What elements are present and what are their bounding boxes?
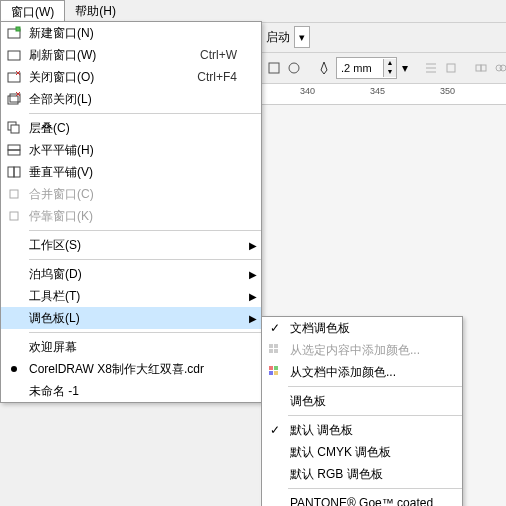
menubar: 窗口(W) 帮助(H) [0, 0, 506, 23]
align-tool-icon[interactable] [423, 55, 439, 81]
menu-tile-vertical[interactable]: 垂直平铺(V) [1, 161, 261, 183]
checkmark-icon: ✓ [262, 321, 288, 335]
svg-rect-26 [274, 366, 278, 370]
svg-rect-17 [8, 167, 14, 177]
palette-add-icon [262, 365, 288, 379]
svg-rect-23 [269, 349, 273, 353]
menu-tile-horizontal[interactable]: 水平平铺(H) [1, 139, 261, 161]
submenu-doc-palette[interactable]: ✓ 文档调色板 [262, 317, 462, 339]
svg-rect-21 [269, 344, 273, 348]
svg-rect-3 [476, 65, 481, 71]
tool-btn-2[interactable] [286, 55, 302, 81]
menu-merge-windows: 合并窗口(C) [1, 183, 261, 205]
svg-rect-14 [11, 125, 19, 133]
tool-btn-5[interactable] [443, 55, 459, 81]
menu-palettes[interactable]: 调色板(L) ▶ [1, 307, 261, 329]
svg-rect-2 [447, 64, 455, 72]
chevron-right-icon: ▶ [245, 240, 261, 251]
svg-rect-24 [274, 349, 278, 353]
submenu-add-from-document[interactable]: 从文档中添加颜色... [262, 361, 462, 383]
tile-horizontal-icon [1, 143, 27, 157]
menu-close-window[interactable]: 关闭窗口(O) Ctrl+F4 [1, 66, 261, 88]
submenu-pantone[interactable]: PANTONE® Goe™ coated [262, 492, 462, 506]
spinner-down[interactable]: ▼ [384, 68, 396, 77]
svg-point-1 [289, 63, 299, 73]
svg-rect-18 [14, 167, 20, 177]
menu-toolbars[interactable]: 工具栏(T) ▶ [1, 285, 261, 307]
svg-rect-16 [8, 150, 20, 155]
svg-point-6 [500, 65, 506, 71]
refresh-shortcut: Ctrl+W [200, 48, 245, 62]
svg-rect-10 [8, 73, 20, 82]
menu-cascade[interactable]: 层叠(C) [1, 117, 261, 139]
chevron-right-icon: ▶ [245, 313, 261, 324]
stroke-dropdown[interactable]: ▾ [401, 55, 409, 81]
close-all-icon [1, 92, 27, 106]
menu-welcome-screen[interactable]: 欢迎屏幕 [1, 336, 261, 358]
svg-rect-27 [269, 371, 273, 375]
submenu-palette[interactable]: 调色板 [262, 390, 462, 412]
submenu-default-palette[interactable]: ✓ 默认 调色板 [262, 419, 462, 441]
submenu-default-rgb[interactable]: 默认 RGB 调色板 [262, 463, 462, 485]
svg-rect-4 [481, 65, 486, 71]
menu-dockers[interactable]: 泊坞窗(D) ▶ [1, 263, 261, 285]
menubar-window[interactable]: 窗口(W) [0, 0, 65, 22]
chevron-right-icon: ▶ [245, 291, 261, 302]
spinner-up[interactable]: ▲ [384, 59, 396, 68]
palette-grid-icon [262, 343, 288, 357]
menu-dock-window: 停靠窗口(K) [1, 205, 261, 227]
close-shortcut: Ctrl+F4 [197, 70, 245, 84]
menu-doc-1[interactable]: CorelDRAW X8制作大红双喜.cdr [1, 358, 261, 380]
menu-new-window[interactable]: 新建窗口(N) [1, 22, 261, 44]
menu-workspace[interactable]: 工作区(S) ▶ [1, 234, 261, 256]
svg-rect-28 [274, 371, 278, 375]
window-menu: 新建窗口(N) 刷新窗口(W) Ctrl+W 关闭窗口(O) Ctrl+F4 全… [0, 21, 262, 403]
submenu-add-from-selection: 从选定内容中添加颜色... [262, 339, 462, 361]
svg-rect-20 [10, 212, 18, 220]
checkmark-icon: ✓ [262, 423, 288, 437]
refresh-icon [1, 48, 27, 62]
svg-rect-15 [8, 145, 20, 150]
svg-rect-22 [274, 344, 278, 348]
stop-icon [1, 209, 27, 223]
merge-icon [1, 187, 27, 201]
svg-rect-9 [8, 51, 20, 60]
svg-rect-0 [269, 63, 279, 73]
menubar-help[interactable]: 帮助(H) [65, 0, 126, 22]
launch-dropdown[interactable]: ▾ [294, 26, 310, 48]
chevron-right-icon: ▶ [245, 269, 261, 280]
close-icon [1, 70, 27, 84]
active-doc-bullet [1, 366, 27, 372]
cascade-icon [1, 121, 27, 135]
pen-tool-icon[interactable] [316, 55, 332, 81]
palettes-submenu: ✓ 文档调色板 从选定内容中添加颜色... 从文档中添加颜色... 调色板 ✓ … [261, 316, 463, 506]
svg-rect-25 [269, 366, 273, 370]
tool-btn-7[interactable] [493, 55, 506, 81]
launch-label: 启动 [266, 29, 290, 46]
horizontal-ruler: 340 345 350 [260, 84, 506, 105]
svg-rect-8 [16, 27, 20, 31]
menu-doc-2[interactable]: 未命名 -1 [1, 380, 261, 402]
new-window-icon [1, 26, 27, 40]
tool-btn-1[interactable] [266, 55, 282, 81]
submenu-default-cmyk[interactable]: 默认 CMYK 调色板 [262, 441, 462, 463]
stroke-width-spinner[interactable]: .2 mm ▲▼ [336, 57, 397, 79]
menu-close-all[interactable]: 全部关闭(L) [1, 88, 261, 110]
svg-rect-19 [10, 190, 18, 198]
stroke-width-value: .2 mm [337, 62, 383, 74]
menu-refresh-window[interactable]: 刷新窗口(W) Ctrl+W [1, 44, 261, 66]
tool-btn-6[interactable] [473, 55, 489, 81]
tile-vertical-icon [1, 165, 27, 179]
